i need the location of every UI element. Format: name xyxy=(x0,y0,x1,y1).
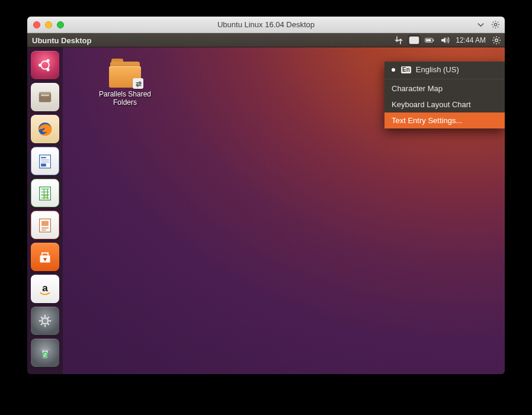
input-source-indicator[interactable]: En xyxy=(409,37,419,44)
battery-indicator-icon[interactable] xyxy=(425,36,434,45)
menu-item-character-map[interactable]: Character Map xyxy=(384,81,505,96)
mac-titlebar: Ubuntu Linux 16.04 Desktop xyxy=(27,17,505,33)
launcher-item-writer[interactable] xyxy=(31,147,59,175)
svg-point-8 xyxy=(47,68,50,71)
launcher-item-dash[interactable] xyxy=(31,51,59,79)
svg-rect-10 xyxy=(39,92,51,95)
unity-launcher: a xyxy=(27,47,63,374)
language-badge-icon: En xyxy=(401,66,411,73)
session-gear-icon[interactable] xyxy=(492,36,501,45)
svg-rect-2 xyxy=(426,39,431,41)
svg-rect-26 xyxy=(40,349,49,350)
launcher-item-firefox[interactable] xyxy=(31,115,59,143)
svg-rect-3 xyxy=(433,40,434,41)
panel-title: Ubuntu Desktop xyxy=(32,36,91,45)
svg-rect-23 xyxy=(41,230,46,231)
panel-indicators: En 12:44 AM xyxy=(394,33,501,47)
menu-item-label: Keyboard Layout Chart xyxy=(392,100,471,109)
launcher-item-settings[interactable] xyxy=(31,307,59,335)
svg-point-6 xyxy=(39,63,41,66)
menu-item-keyboard-layout-chart[interactable]: Keyboard Layout Chart xyxy=(384,96,505,112)
launcher-item-trash[interactable] xyxy=(31,339,59,367)
svg-rect-21 xyxy=(41,221,49,226)
ubuntu-guest: Ubuntu Desktop En 12:44 AM xyxy=(27,33,505,374)
svg-rect-14 xyxy=(41,157,46,158)
svg-text:a: a xyxy=(42,282,48,294)
launcher-item-amazon[interactable]: a xyxy=(31,275,59,303)
input-source-menu: En English (US) Character Map Keyboard L… xyxy=(384,62,505,128)
launcher-item-calc[interactable] xyxy=(31,179,59,207)
launcher-item-impress[interactable] xyxy=(31,211,59,239)
host-window-title: Ubuntu Linux 16.04 Desktop xyxy=(27,20,505,29)
folder-icon: ⇄ xyxy=(108,60,142,88)
ubuntu-desktop-surface[interactable]: a ⇄ Parallels Shared Folders xyxy=(27,47,505,374)
svg-rect-17 xyxy=(41,163,46,166)
svg-rect-16 xyxy=(41,162,49,163)
menu-item-label: Text Entry Settings... xyxy=(392,116,462,125)
menu-separator xyxy=(384,79,505,79)
desktop-icon-parallels-shared-folders[interactable]: ⇄ Parallels Shared Folders xyxy=(89,60,161,107)
host-menu-chevron-icon[interactable] xyxy=(476,20,485,29)
svg-rect-22 xyxy=(41,227,49,229)
desktop-icon-label: Parallels Shared Folders xyxy=(89,90,161,107)
svg-rect-11 xyxy=(41,95,49,96)
svg-point-25 xyxy=(42,318,48,324)
host-settings-gear-icon[interactable] xyxy=(491,20,500,29)
svg-rect-15 xyxy=(41,159,49,160)
launcher-item-software[interactable] xyxy=(31,243,59,271)
menu-item-label: English (US) xyxy=(416,65,459,74)
svg-point-0 xyxy=(494,23,496,25)
host-vm-window: Ubuntu Linux 16.04 Desktop Ubuntu Deskto… xyxy=(27,17,505,374)
svg-point-7 xyxy=(47,59,50,62)
launcher-item-files[interactable] xyxy=(31,83,59,111)
sound-indicator-icon[interactable] xyxy=(440,36,450,45)
network-indicator-icon[interactable] xyxy=(394,36,403,45)
svg-point-4 xyxy=(495,39,498,42)
menu-item-text-entry-settings[interactable]: Text Entry Settings... xyxy=(384,112,505,128)
svg-rect-19 xyxy=(44,195,47,197)
svg-point-5 xyxy=(41,61,49,69)
menu-item-label: Character Map xyxy=(392,84,443,93)
menu-item-language-english-us[interactable]: En English (US) xyxy=(384,62,505,78)
ubuntu-top-panel: Ubuntu Desktop En 12:44 AM xyxy=(27,33,505,47)
clock-indicator[interactable]: 12:44 AM xyxy=(456,36,486,44)
